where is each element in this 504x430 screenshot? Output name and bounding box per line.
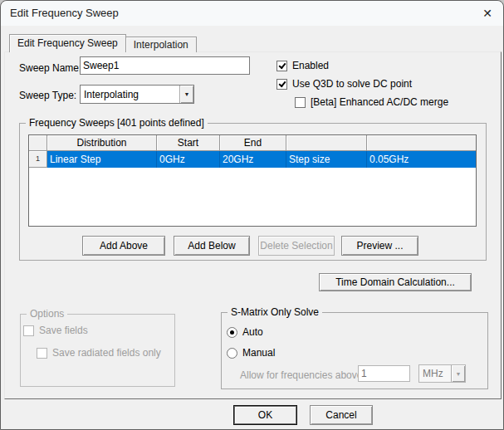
- cell-step-size[interactable]: 0.05GHz: [367, 151, 476, 168]
- use-q3d-checkbox-row: Use Q3D to solve DC point: [276, 78, 412, 90]
- chevron-down-icon: ▼: [451, 365, 465, 382]
- auto-label: Auto: [242, 326, 263, 338]
- frequency-sweeps-table: Distribution Start End 1 Linear Step 0GH…: [28, 134, 477, 227]
- cell-end[interactable]: 20GHz: [220, 151, 286, 168]
- add-below-button[interactable]: Add Below: [174, 236, 250, 256]
- add-above-button[interactable]: Add Above: [82, 236, 165, 256]
- beta-merge-checkbox[interactable]: [295, 97, 306, 108]
- header-end[interactable]: End: [220, 135, 286, 151]
- titlebar: Edit Frequency Sweep ✕: [1, 1, 503, 26]
- auto-radio-row: Auto: [227, 326, 263, 338]
- enabled-label: Enabled: [292, 60, 329, 71]
- use-q3d-checkbox[interactable]: [276, 79, 287, 90]
- use-q3d-label: Use Q3D to solve DC point: [292, 78, 412, 90]
- preview-button[interactable]: Preview ...: [341, 236, 418, 256]
- sweep-type-select[interactable]: Interpolating ▼: [80, 85, 194, 104]
- table-row[interactable]: 1 Linear Step 0GHz 20GHz Step size 0.05G…: [29, 151, 476, 168]
- save-radiated-checkbox: [37, 348, 47, 359]
- delete-selection-button: Delete Selection: [258, 236, 335, 256]
- smatrix-group-title: S-Matrix Only Solve: [228, 306, 322, 318]
- tab-interpolation[interactable]: Interpolation: [126, 37, 197, 52]
- header-col5[interactable]: [367, 135, 476, 151]
- chevron-down-icon[interactable]: ▼: [179, 86, 193, 103]
- cancel-button[interactable]: Cancel: [310, 405, 373, 425]
- window-title: Edit Frequency Sweep: [10, 1, 119, 26]
- frequency-threshold-input: [358, 365, 410, 382]
- tab-edit-frequency-sweep[interactable]: Edit Frequency Sweep: [9, 34, 126, 52]
- frequency-unit-value: MHz: [419, 368, 451, 379]
- manual-radio[interactable]: [227, 348, 237, 359]
- auto-radio[interactable]: [227, 327, 237, 338]
- header-distribution[interactable]: Distribution: [47, 135, 157, 151]
- frequency-sweeps-group-title: Frequency Sweeps [401 points defined]: [26, 117, 208, 129]
- beta-merge-checkbox-row: [Beta] Enhanced AC/DC merge: [295, 96, 448, 108]
- cell-distribution[interactable]: Linear Step: [47, 151, 157, 168]
- frequency-unit-select: MHz ▼: [418, 364, 466, 383]
- enabled-checkbox-row: Enabled: [276, 60, 329, 71]
- close-icon[interactable]: ✕: [477, 3, 498, 23]
- cell-start[interactable]: 0GHz: [157, 151, 220, 168]
- header-col4[interactable]: [286, 135, 367, 151]
- table-header: Distribution Start End: [29, 135, 476, 151]
- header-start[interactable]: Start: [157, 135, 220, 151]
- row-number[interactable]: 1: [29, 151, 47, 168]
- beta-merge-label: [Beta] Enhanced AC/DC merge: [311, 96, 448, 108]
- enabled-checkbox[interactable]: [276, 61, 287, 71]
- ok-button[interactable]: OK: [233, 405, 297, 425]
- edit-frequency-sweep-dialog: Edit Frequency Sweep ✕ Edit Frequency Sw…: [0, 0, 504, 430]
- cell-step-type[interactable]: Step size: [286, 151, 367, 168]
- save-fields-label: Save fields: [39, 325, 88, 336]
- sweep-type-label: Sweep Type:: [19, 90, 76, 101]
- allow-frequencies-label: Allow for frequencies above: [240, 369, 362, 381]
- save-radiated-label: Save radiated fields only: [52, 347, 161, 359]
- sweep-name-label: Sweep Name:: [19, 62, 81, 74]
- save-fields-checkbox: [23, 325, 34, 336]
- manual-radio-row: Manual: [227, 347, 275, 359]
- time-domain-calculation-button[interactable]: Time Domain Calculation...: [319, 273, 472, 291]
- save-fields-row: Save fields: [23, 325, 88, 336]
- sweep-type-value: Interpolating: [81, 89, 179, 100]
- manual-label: Manual: [242, 347, 275, 359]
- save-radiated-row: Save radiated fields only: [37, 347, 161, 359]
- tab-strip: Edit Frequency Sweep Interpolation: [9, 34, 197, 52]
- sweep-name-input[interactable]: [80, 56, 250, 75]
- header-rownum[interactable]: [29, 135, 47, 151]
- options-group-title: Options: [27, 308, 67, 320]
